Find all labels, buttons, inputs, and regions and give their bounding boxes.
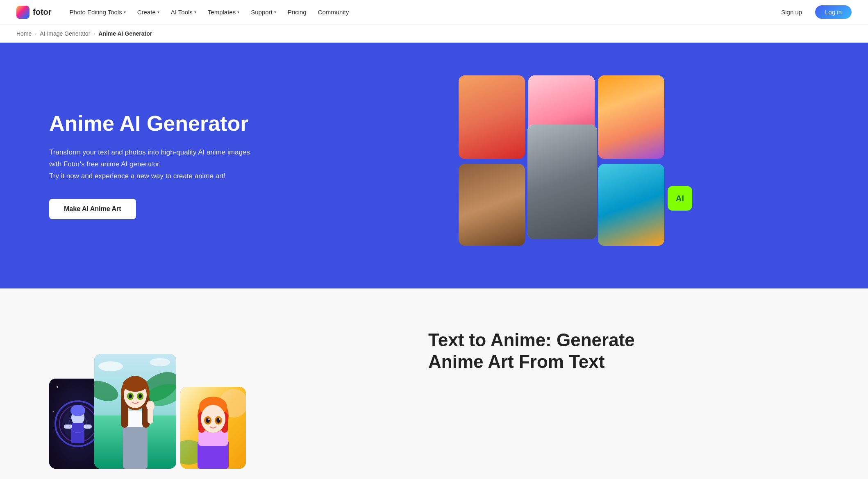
svg-rect-54 xyxy=(459,164,525,213)
svg-point-110 xyxy=(622,193,623,195)
svg-point-95 xyxy=(598,179,623,189)
svg-rect-41 xyxy=(598,129,608,159)
breadcrumb-current: Anime AI Generator xyxy=(98,30,152,37)
svg-line-125 xyxy=(644,213,649,214)
svg-point-131 xyxy=(57,386,58,388)
nav-item-photo-editing[interactable]: Photo Editing Tools ▾ xyxy=(65,5,131,19)
login-button[interactable]: Log in xyxy=(815,5,852,19)
svg-rect-9 xyxy=(477,104,482,112)
svg-point-145 xyxy=(150,358,170,366)
breadcrumb-parent[interactable]: AI Image Generator xyxy=(40,30,90,37)
svg-point-144 xyxy=(98,361,123,371)
hero-content: Anime AI Generator Transform your text a… xyxy=(49,112,279,219)
svg-point-1 xyxy=(463,75,520,104)
svg-point-5 xyxy=(479,100,505,129)
svg-rect-43 xyxy=(616,133,625,159)
svg-rect-62 xyxy=(473,197,495,225)
breadcrumb-separator: › xyxy=(35,31,36,36)
nav-actions: Sign up Log in xyxy=(773,5,852,19)
nav-item-templates[interactable]: Templates ▾ xyxy=(203,5,244,19)
svg-rect-71 xyxy=(527,125,597,239)
hero-section: Anime AI Generator Transform your text a… xyxy=(0,43,868,288)
bottom-section-title: Text to Anime: Generate Anime Art From T… xyxy=(428,329,819,373)
svg-point-112 xyxy=(632,211,654,232)
svg-point-35 xyxy=(554,113,558,117)
nav-item-create[interactable]: Create ▾ xyxy=(132,5,164,19)
svg-point-94 xyxy=(635,164,664,193)
svg-marker-28 xyxy=(549,92,555,100)
chevron-down-icon: ▾ xyxy=(237,10,239,14)
svg-point-176 xyxy=(208,418,210,420)
chevron-down-icon: ▾ xyxy=(194,10,196,14)
svg-rect-68 xyxy=(493,201,510,207)
svg-point-107 xyxy=(628,191,635,199)
svg-marker-26 xyxy=(548,90,556,101)
svg-rect-139 xyxy=(64,425,72,429)
svg-point-109 xyxy=(630,193,633,197)
svg-rect-59 xyxy=(467,201,504,246)
svg-point-106 xyxy=(618,191,625,199)
svg-point-12 xyxy=(494,113,500,120)
svg-point-65 xyxy=(469,178,481,195)
svg-rect-166 xyxy=(198,431,228,446)
svg-point-177 xyxy=(219,418,220,420)
anime-image-grid: AI xyxy=(459,75,688,256)
svg-point-159 xyxy=(139,394,142,398)
svg-point-88 xyxy=(564,158,571,166)
svg-point-122 xyxy=(642,213,644,215)
svg-point-52 xyxy=(644,89,659,95)
hero-cta-button[interactable]: Make AI Anime Art xyxy=(49,199,136,219)
svg-rect-72 xyxy=(527,125,597,178)
svg-point-18 xyxy=(532,79,549,96)
svg-rect-79 xyxy=(561,179,564,183)
svg-point-4 xyxy=(473,120,510,159)
svg-point-22 xyxy=(549,99,574,127)
nav-item-support[interactable]: Support ▾ xyxy=(246,5,281,19)
hero-description: Transform your text and photos into high… xyxy=(49,147,279,182)
hero-image-grid: AI xyxy=(295,67,852,264)
anime-image-4 xyxy=(459,164,525,246)
svg-point-102 xyxy=(631,179,642,196)
logo[interactable]: fotor xyxy=(16,6,52,19)
svg-rect-74 xyxy=(550,125,575,128)
breadcrumb-home[interactable]: Home xyxy=(16,30,32,37)
anime-image-5 xyxy=(527,125,597,239)
svg-line-123 xyxy=(637,213,642,214)
anime-image-3 xyxy=(598,75,664,159)
svg-rect-138 xyxy=(71,423,84,443)
svg-point-32 xyxy=(562,97,566,101)
svg-marker-76 xyxy=(544,198,581,223)
svg-point-158 xyxy=(129,394,132,398)
hero-title: Anime AI Generator xyxy=(49,112,279,135)
svg-point-101 xyxy=(610,179,623,199)
svg-marker-116 xyxy=(638,201,641,205)
svg-rect-81 xyxy=(577,176,588,196)
svg-point-89 xyxy=(555,160,559,165)
nav-item-community[interactable]: Community xyxy=(313,5,354,19)
svg-point-91 xyxy=(557,160,559,162)
svg-point-19 xyxy=(555,75,567,88)
svg-marker-29 xyxy=(568,92,574,100)
svg-marker-103 xyxy=(620,176,625,183)
breadcrumb: Home › AI Image Generator › Anime AI Gen… xyxy=(0,25,868,43)
nav-item-ai-tools[interactable]: AI Tools ▾ xyxy=(166,5,201,19)
navbar: fotor Photo Editing Tools ▾ Create ▾ AI … xyxy=(0,0,868,25)
svg-point-100 xyxy=(614,175,640,193)
bottom-image-gallery xyxy=(49,321,395,469)
svg-point-34 xyxy=(564,111,570,118)
svg-rect-98 xyxy=(620,203,627,223)
svg-rect-96 xyxy=(610,209,643,246)
svg-marker-78 xyxy=(558,178,566,184)
signup-button[interactable]: Sign up xyxy=(773,5,810,19)
svg-point-2 xyxy=(459,84,483,133)
logo-text: fotor xyxy=(33,7,52,17)
nav-item-pricing[interactable]: Pricing xyxy=(283,5,311,19)
svg-point-155 xyxy=(123,377,148,392)
chevron-down-icon: ▾ xyxy=(274,10,276,14)
svg-rect-53 xyxy=(459,164,525,246)
svg-marker-27 xyxy=(567,90,575,101)
svg-point-6 xyxy=(477,93,507,116)
svg-rect-42 xyxy=(606,120,618,159)
chevron-down-icon: ▾ xyxy=(157,10,159,14)
bottom-anime-image-3 xyxy=(180,387,246,469)
